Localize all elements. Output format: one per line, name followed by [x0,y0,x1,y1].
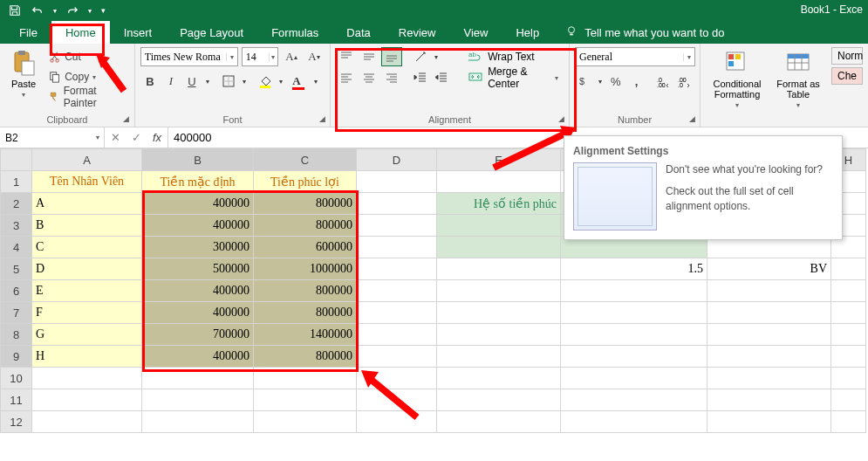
font-size-caret-icon[interactable]: ▾ [269,53,277,61]
cell[interactable] [142,411,254,433]
cell-f9[interactable] [561,346,707,368]
row-header-6[interactable]: 6 [1,280,32,302]
tab-file[interactable]: File [5,21,51,44]
cell[interactable] [32,368,142,389]
row-header-5[interactable]: 5 [1,258,32,280]
cell-a2[interactable]: A [32,193,142,215]
align-middle-button[interactable] [359,47,379,66]
decrease-font-button[interactable]: A▾ [304,47,324,66]
cell[interactable] [437,411,561,433]
cell-f7[interactable] [561,302,707,324]
cell-b4[interactable]: 300000 [142,237,254,258]
row-header-4[interactable]: 4 [1,237,32,258]
number-dialog-launcher[interactable]: ◢ [686,113,698,125]
decrease-decimal-button[interactable]: .00.0 [675,72,694,91]
cell[interactable] [707,411,831,433]
cell[interactable] [831,368,866,389]
italic-button[interactable]: I [161,72,181,91]
tab-formulas[interactable]: Formulas [257,21,332,44]
col-header-b[interactable]: B [142,149,254,171]
tab-home[interactable]: Home [51,21,110,44]
cell-e3[interactable] [437,215,561,237]
cell-a6[interactable]: E [32,280,142,302]
align-top-button[interactable] [336,47,357,66]
cell[interactable] [831,411,866,433]
cell-style-check[interactable]: Che [831,67,863,85]
cell-a3[interactable]: B [32,215,142,237]
cell[interactable] [357,411,437,433]
cell-e2[interactable]: Hệ số tiền phúc [437,193,561,215]
cell[interactable] [357,389,437,411]
row-header-8[interactable]: 8 [1,324,32,346]
merge-center-button[interactable]: Merge & Center ▾ [463,68,564,87]
font-size-combo[interactable]: ▾ [242,47,278,66]
cell-g8[interactable] [707,324,831,346]
cell-f8[interactable] [561,324,707,346]
cell-a9[interactable]: H [32,346,142,368]
save-button[interactable] [5,1,24,20]
clipboard-dialog-launcher[interactable]: ◢ [120,113,133,125]
cell-b2[interactable]: 400000 [142,193,254,215]
font-name-input[interactable] [141,51,227,64]
cell[interactable] [32,389,142,411]
cell[interactable] [561,368,707,389]
cell-e9[interactable] [437,346,561,368]
cell-f6[interactable] [561,280,707,302]
cell[interactable] [254,389,357,411]
cell[interactable] [357,368,437,389]
cell[interactable] [32,411,142,433]
cell-c3[interactable]: 800000 [254,215,357,237]
cell-c2[interactable]: 800000 [254,193,357,215]
cell-style-normal[interactable]: Norm [831,47,863,65]
percent-format-button[interactable]: % [606,72,625,91]
cancel-formula-button[interactable]: ✕ [105,127,126,148]
cell-b8[interactable]: 700000 [142,324,254,346]
cell-b1[interactable]: Tiền mặc định [142,171,254,193]
cell-d6[interactable] [357,280,437,302]
format-as-table-button[interactable]: Format as Table ▾ [772,47,824,127]
cell-g9[interactable] [707,346,831,368]
col-header-e[interactable]: E [437,149,561,171]
font-color-caret-icon[interactable]: ▾ [311,72,320,91]
paste-button[interactable]: Paste ▾ [5,47,42,113]
row-header-3[interactable]: 3 [1,215,32,237]
row-header-9[interactable]: 9 [1,346,32,368]
cell-h9[interactable] [831,346,866,368]
name-box-input[interactable] [0,132,92,144]
qat-customize-caret[interactable]: ▾ [98,1,108,20]
increase-decimal-button[interactable]: .0.00 [654,72,673,91]
cell-e7[interactable] [437,302,561,324]
cell-e5[interactable] [437,258,561,280]
cell-c5[interactable]: 1000000 [254,258,357,280]
cell-d7[interactable] [357,302,437,324]
cut-button[interactable]: Cut [45,47,129,66]
font-name-caret-icon[interactable]: ▾ [226,53,236,61]
cell-a1[interactable]: Tên Nhân Viên [32,171,142,193]
cell-c9[interactable]: 800000 [254,346,357,368]
underline-button[interactable]: U [182,72,202,91]
fx-button[interactable]: fx [147,127,167,148]
cell-h6[interactable] [831,280,866,302]
cell[interactable] [707,389,831,411]
col-header-a[interactable]: A [32,149,142,171]
cell-f5[interactable]: 1.5 [561,258,707,280]
cell-c1[interactable]: Tiền phúc lợi [254,171,357,193]
cell-g5[interactable]: BV [707,258,831,280]
row-header-2[interactable]: 2 [1,193,32,215]
select-all-corner[interactable] [1,149,32,171]
cell-h7[interactable] [831,302,866,324]
cell[interactable] [254,368,357,389]
cell-e1[interactable] [437,171,561,193]
cell-c8[interactable]: 1400000 [254,324,357,346]
cell-d1[interactable] [357,171,437,193]
cell-d4[interactable] [357,237,437,258]
cell-d2[interactable] [357,193,437,215]
orientation-button[interactable] [411,47,430,66]
cell-g6[interactable] [707,280,831,302]
row-header-11[interactable]: 11 [1,389,32,411]
align-bottom-button[interactable] [381,47,402,66]
cell[interactable] [437,389,561,411]
cell-d9[interactable] [357,346,437,368]
cell-c7[interactable]: 800000 [254,302,357,324]
tell-me[interactable]: Tell me what you want to do [565,21,724,44]
